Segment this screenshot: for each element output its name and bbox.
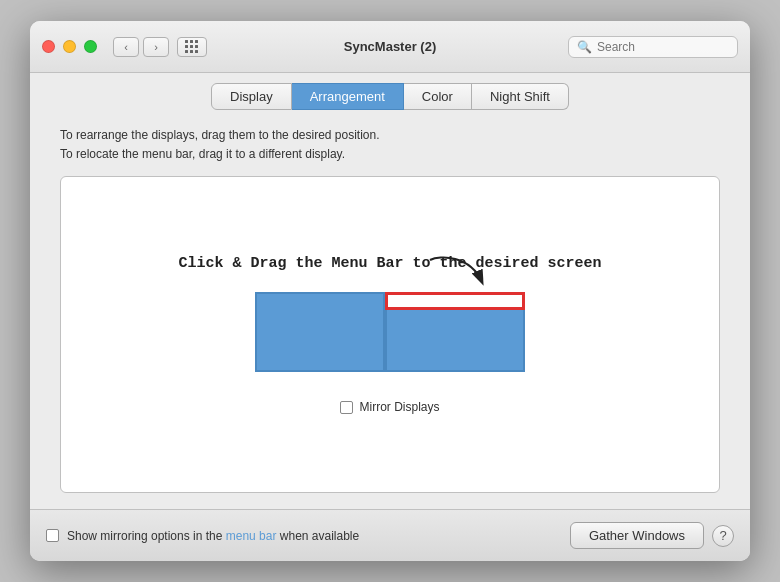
search-icon: 🔍 bbox=[577, 40, 592, 54]
maximize-button[interactable] bbox=[84, 40, 97, 53]
mirror-label: Mirror Displays bbox=[359, 400, 439, 414]
main-window: ‹ › SyncMaster (2) 🔍 Display Arrangement… bbox=[30, 21, 750, 561]
forward-button[interactable]: › bbox=[143, 37, 169, 57]
tab-color[interactable]: Color bbox=[404, 83, 472, 110]
help-button[interactable]: ? bbox=[712, 525, 734, 547]
tab-display[interactable]: Display bbox=[211, 83, 292, 110]
display-diagram-area: Click & Drag the Menu Bar to the desired… bbox=[60, 176, 720, 493]
monitor-left[interactable] bbox=[255, 292, 385, 372]
show-mirroring-checkbox[interactable] bbox=[46, 529, 59, 542]
description-line2: To relocate the menu bar, drag it to a d… bbox=[60, 145, 720, 164]
monitor-right-body bbox=[385, 310, 525, 372]
window-title: SyncMaster (2) bbox=[344, 39, 436, 54]
grid-icon bbox=[185, 40, 199, 54]
tab-arrangement[interactable]: Arrangement bbox=[292, 83, 404, 110]
gather-windows-button[interactable]: Gather Windows bbox=[570, 522, 704, 549]
search-box[interactable]: 🔍 bbox=[568, 36, 738, 58]
nav-buttons: ‹ › bbox=[113, 37, 207, 57]
mirror-checkbox-row: Mirror Displays bbox=[340, 392, 439, 414]
titlebar: ‹ › SyncMaster (2) 🔍 bbox=[30, 21, 750, 73]
monitors-diagram bbox=[255, 292, 525, 372]
close-button[interactable] bbox=[42, 40, 55, 53]
instruction-text: Click & Drag the Menu Bar to the desired… bbox=[178, 255, 601, 272]
arrow-indicator bbox=[410, 250, 500, 300]
bottom-bar: Show mirroring options in the menu bar w… bbox=[30, 509, 750, 561]
tabs-bar: Display Arrangement Color Night Shift bbox=[30, 73, 750, 110]
show-mirroring-label: Show mirroring options in the menu bar w… bbox=[67, 529, 562, 543]
description: To rearrange the displays, drag them to … bbox=[60, 126, 720, 164]
traffic-lights bbox=[42, 40, 97, 53]
grid-button[interactable] bbox=[177, 37, 207, 57]
monitor-right[interactable] bbox=[385, 292, 525, 372]
mirror-checkbox[interactable] bbox=[340, 401, 353, 414]
tab-night-shift[interactable]: Night Shift bbox=[472, 83, 569, 110]
description-line1: To rearrange the displays, drag them to … bbox=[60, 126, 720, 145]
search-input[interactable] bbox=[597, 40, 727, 54]
back-button[interactable]: ‹ bbox=[113, 37, 139, 57]
content-area: To rearrange the displays, drag them to … bbox=[30, 110, 750, 509]
minimize-button[interactable] bbox=[63, 40, 76, 53]
